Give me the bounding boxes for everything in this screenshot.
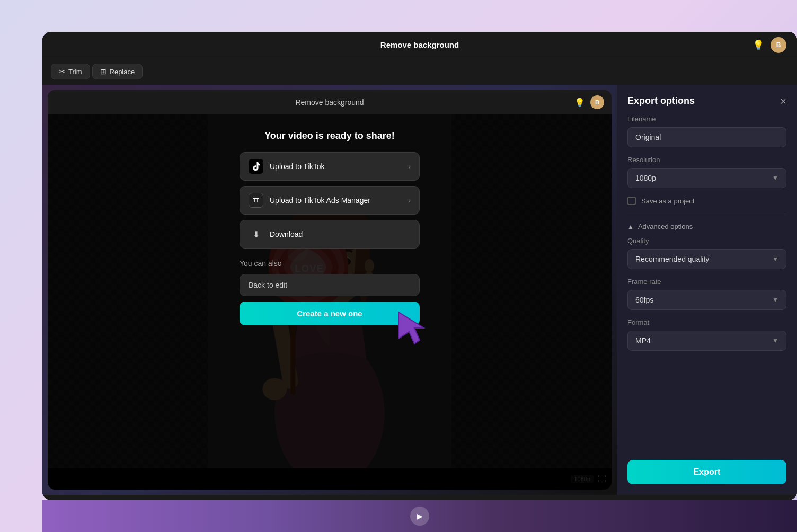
frame-rate-chevron-icon: ▼	[772, 296, 778, 304]
resolution-label: Resolution	[627, 156, 786, 164]
format-select[interactable]: MP4 ▼	[627, 331, 786, 351]
resolution-section: Resolution 1080p ▼	[617, 156, 797, 197]
frame-rate-section: Frame rate 60fps ▼	[617, 278, 797, 318]
save-project-label: Save as a project	[641, 197, 694, 205]
export-footer: Export	[617, 451, 797, 495]
avatar-button[interactable]: B	[771, 37, 786, 53]
outer-window: Remove background 💡 B ✂ Trim ⊞ Replace R…	[42, 32, 797, 500]
quality-section: Quality Recommended quality ▼	[617, 237, 797, 278]
download-icon: ⬇	[249, 227, 263, 242]
resolution-select[interactable]: 1080p ▼	[627, 168, 786, 188]
trim-label: Trim	[68, 68, 82, 76]
resolution-value: 1080p	[635, 174, 656, 182]
frame-rate-select[interactable]: 60fps ▼	[627, 290, 786, 310]
svg-marker-27	[398, 312, 424, 344]
upload-tiktok-ads-label: Upload to TikTok Ads Manager	[270, 196, 370, 205]
secondary-options: Back to edit Create a new one	[240, 274, 420, 325]
replace-icon: ⊞	[100, 67, 107, 76]
chevron-right-icon-2: ›	[408, 196, 411, 205]
upload-tiktok-button[interactable]: Upload to TikTok ›	[240, 152, 420, 181]
filename-section: Filename Original	[617, 115, 797, 156]
filename-label: Filename	[627, 115, 786, 123]
bottom-timeline-bar: ▶	[42, 500, 797, 532]
resolution-chevron-icon: ▼	[772, 174, 778, 182]
inner-window: Remove background 💡 B	[48, 90, 612, 490]
inner-bulb-icon[interactable]: 💡	[574, 97, 585, 108]
export-button[interactable]: Export	[627, 460, 786, 484]
quality-chevron-icon: ▼	[772, 255, 778, 263]
trim-icon: ✂	[59, 67, 65, 76]
tiktok-logo	[249, 159, 263, 174]
download-button[interactable]: ⬇ Download	[240, 220, 420, 249]
advanced-options-label: Advanced options	[638, 223, 693, 230]
quality-select[interactable]: Recommended quality ▼	[627, 249, 786, 269]
outer-header-title: Remove background	[380, 40, 459, 49]
upload-tiktok-ads-button[interactable]: TT Upload to TikTok Ads Manager ›	[240, 186, 420, 215]
outer-header: Remove background 💡 B	[42, 32, 797, 58]
frame-rate-label: Frame rate	[627, 278, 786, 286]
back-to-edit-label: Back to edit	[249, 281, 287, 289]
format-label: Format	[627, 318, 786, 326]
collapse-icon: ▲	[627, 223, 634, 230]
export-header: Export options ×	[617, 85, 797, 115]
inner-avatar-button[interactable]: B	[590, 95, 604, 109]
replace-label: Replace	[110, 68, 135, 76]
frame-rate-value: 60fps	[635, 296, 653, 304]
format-chevron-icon: ▼	[772, 337, 778, 344]
export-panel-title: Export options	[627, 95, 695, 107]
close-export-button[interactable]: ×	[780, 96, 786, 107]
upload-tiktok-label: Upload to TikTok	[270, 162, 325, 171]
share-title: Your video is ready to share!	[264, 130, 395, 141]
you-can-also-label: You can also	[240, 259, 420, 268]
outer-toolbar: ✂ Trim ⊞ Replace	[42, 58, 797, 85]
share-modal: Your video is ready to share! Upload t	[48, 114, 612, 490]
filename-input[interactable]: Original	[627, 127, 786, 147]
advanced-options-toggle[interactable]: ▲ Advanced options	[617, 223, 797, 237]
quality-label: Quality	[627, 237, 786, 245]
quality-value: Recommended quality	[635, 255, 709, 263]
share-options: Upload to TikTok › TT Upload to TikTok A…	[240, 152, 420, 249]
trim-button[interactable]: ✂ Trim	[51, 64, 90, 79]
inner-header: Remove background 💡 B	[48, 90, 612, 114]
create-new-container: Create a new one	[240, 302, 420, 325]
tiktok-ads-logo: TT	[249, 193, 263, 208]
replace-button[interactable]: ⊞ Replace	[92, 64, 143, 79]
header-icons: 💡 B	[752, 37, 786, 53]
video-area: Remove background 💡 B	[42, 85, 617, 495]
create-new-label: Create a new one	[297, 309, 362, 318]
bulb-icon[interactable]: 💡	[752, 39, 764, 51]
back-to-edit-button[interactable]: Back to edit	[240, 274, 420, 296]
chevron-right-icon: ›	[408, 162, 411, 171]
download-label: Download	[270, 230, 303, 238]
main-content: Remove background 💡 B	[42, 85, 797, 495]
divider	[627, 214, 786, 214]
export-panel: Export options × Filename Original Resol…	[617, 85, 797, 495]
inner-header-title: Remove background	[295, 98, 364, 107]
format-section: Format MP4 ▼	[617, 318, 797, 359]
format-value: MP4	[635, 336, 651, 345]
save-project-row: Save as a project	[617, 197, 797, 214]
create-new-button[interactable]: Create a new one	[240, 302, 420, 325]
save-project-checkbox[interactable]	[627, 197, 636, 205]
cursor-arrow	[393, 309, 425, 341]
inner-header-icons: 💡 B	[574, 95, 604, 109]
play-button[interactable]: ▶	[410, 507, 429, 526]
